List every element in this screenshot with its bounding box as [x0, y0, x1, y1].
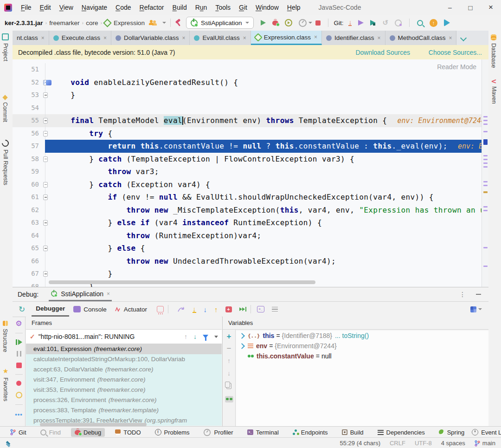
editor-horizontal-scrollbar[interactable] [49, 280, 315, 284]
code-line[interactable]: 67 } [13, 267, 482, 280]
code-line[interactable]: 58 } catch (TemplateException | FlowCont… [13, 153, 482, 166]
code-with-me-dropdown-icon[interactable] [162, 22, 166, 24]
move-watch-down-icon[interactable]: ↓ [227, 370, 231, 376]
frame-row[interactable]: eval:101, Expression(freemarker.core) [26, 344, 222, 354]
code-line[interactable]: 51 [13, 63, 482, 76]
breadcrumb-item[interactable]: ker-2.3.31.jar [5, 19, 43, 26]
hide-frames-filter-icon[interactable] [203, 335, 208, 338]
debug-tab-debugger[interactable]: Debugger [32, 302, 69, 317]
ide-update-icon[interactable]: ↑ [430, 19, 437, 27]
variable-tostring-hint[interactable]: ... toString() [335, 332, 369, 339]
line-ending-indicator[interactable]: CRLF [390, 440, 405, 447]
caret-position[interactable]: 55:29 (4 chars) [340, 440, 380, 447]
git-rollback-icon[interactable] [395, 19, 402, 26]
gradle-reload-icon[interactable] [444, 19, 450, 26]
fold-marker-icon[interactable] [43, 220, 48, 226]
profiler-button[interactable] [299, 19, 307, 27]
stripe-mark[interactable] [483, 266, 488, 267]
show-watches-icon[interactable] [225, 396, 233, 403]
sidebar-item-favorites[interactable]: ★Favorites [2, 367, 9, 401]
debug-minimize-icon[interactable] [476, 294, 481, 295]
step-out-icon[interactable]: ↑ [214, 306, 218, 312]
frame-row[interactable]: visit:353, Environment(freemarker.core) [26, 385, 222, 395]
stack-icon[interactable] [6, 441, 11, 446]
tab-close-icon[interactable]: × [243, 35, 246, 41]
debug-button[interactable] [272, 20, 278, 26]
frame-row[interactable]: process:326, Environment(freemarker.core… [26, 395, 222, 405]
drop-frame-icon[interactable]: + [225, 306, 232, 312]
run-configuration-select[interactable]: SstiApplication [186, 17, 254, 29]
fold-marker-icon[interactable] [43, 118, 48, 123]
indent-indicator[interactable]: 4 spaces [441, 440, 465, 447]
editor-tab-evalutil-class[interactable]: EvalUtil.class× [190, 31, 250, 45]
stripe-mark[interactable] [483, 206, 488, 208]
editor-error-stripe[interactable] [482, 59, 488, 287]
coverage-button[interactable] [285, 19, 292, 26]
code-line[interactable]: 53 } [13, 89, 482, 102]
view-breakpoints-icon[interactable] [16, 381, 21, 386]
duplicate-watch-icon[interactable] [226, 383, 231, 389]
build-hammer-icon[interactable] [175, 19, 182, 26]
menu-edit[interactable]: Edit [36, 4, 55, 11]
debug-session-tab[interactable]: SstiApplication × [49, 287, 112, 301]
hotswap-icon[interactable] [157, 306, 164, 312]
stop-button[interactable] [315, 20, 321, 26]
code-line[interactable]: 65 } else { [13, 242, 482, 255]
remove-watch-icon[interactable]: − [227, 346, 231, 351]
thread-selector[interactable]: ✓ "http-nio-8081...main": RUNNING ↑ ↓ [26, 330, 222, 344]
fold-marker-icon[interactable] [43, 156, 48, 162]
debug-tab-actuator[interactable]: Actuator [111, 302, 151, 317]
more-actions-icon[interactable]: ••• [15, 411, 23, 418]
fold-marker-icon[interactable] [43, 92, 48, 98]
menu-run[interactable]: Run [191, 4, 212, 11]
fold-marker-icon[interactable] [43, 246, 48, 251]
variable-row[interactable]: this.constantValue=null [236, 351, 488, 361]
debug-options-icon[interactable]: ⋮ [459, 291, 466, 298]
code-with-me-users-icon[interactable] [149, 20, 157, 26]
tool-window-button-endpoints[interactable]: Endpoints [289, 428, 332, 437]
fold-marker-icon[interactable] [43, 131, 48, 136]
menu-refactor[interactable]: Refactor [135, 4, 168, 11]
editor-tab-nt-class[interactable]: nt.class× [13, 31, 49, 45]
layout-settings-button[interactable] [470, 306, 482, 312]
tool-window-button-git[interactable]: Git [6, 428, 30, 437]
code-line[interactable]: 56 try { [13, 127, 482, 140]
tool-window-button-profiler[interactable]: Profiler [199, 428, 237, 437]
close-button[interactable]: × [481, 3, 501, 12]
pause-program-icon[interactable] [17, 351, 21, 357]
search-everywhere-icon[interactable] [417, 20, 423, 26]
editor-tab-expression-class[interactable]: Expression.class× [251, 31, 322, 45]
breadcrumb-item[interactable]: core [86, 19, 98, 26]
stripe-mark[interactable] [483, 181, 488, 182]
event-log-button[interactable]: Event Log [468, 428, 501, 437]
variable-row[interactable]: env={Environment@7244} [236, 341, 488, 351]
menu-navigate[interactable]: Navigate [77, 4, 111, 11]
expand-chevron-icon[interactable] [239, 333, 245, 339]
breadcrumb-item[interactable]: freemarker [49, 19, 79, 26]
stripe-mark[interactable] [483, 247, 488, 248]
stripe-mark[interactable] [483, 131, 488, 132]
session-close-icon[interactable]: × [107, 291, 110, 297]
tool-window-button-build[interactable]: Build [338, 428, 367, 437]
frame-row[interactable]: process:383, Template(freemarker.templat… [26, 405, 222, 416]
tab-close-icon[interactable]: × [314, 34, 317, 40]
frame-row[interactable]: visit:347, Environment(freemarker.core) [26, 375, 222, 385]
tab-close-icon[interactable]: × [103, 35, 107, 41]
stripe-mark[interactable] [483, 155, 488, 156]
sidebar-item-commit[interactable]: Commit [2, 96, 8, 122]
download-sources-link[interactable]: Download Sources [355, 49, 410, 56]
stop-process-icon[interactable] [16, 363, 22, 368]
maximize-button[interactable]: □ [460, 4, 481, 12]
code-line[interactable]: 52 void enableLazilyGeneratedResult() { [13, 76, 482, 89]
debug-settings-gear-icon[interactable]: ⚙ [15, 320, 22, 327]
git-commit-icon[interactable] [370, 20, 376, 26]
code-line[interactable]: 63 } else if (var4 instanceof RuntimeExc… [13, 216, 482, 229]
code-line[interactable]: 59 throw var3; [13, 165, 482, 178]
choose-sources-link[interactable]: Choose Sources... [429, 49, 482, 56]
stripe-mark[interactable] [483, 123, 488, 125]
stripe-mark[interactable] [483, 185, 488, 186]
tab-close-icon[interactable]: × [378, 35, 381, 41]
frame-row[interactable]: accept:63, DollarVariable(freemarker.cor… [26, 364, 222, 375]
thread-dropdown-icon[interactable] [214, 336, 218, 338]
stripe-mark[interactable] [483, 120, 488, 121]
